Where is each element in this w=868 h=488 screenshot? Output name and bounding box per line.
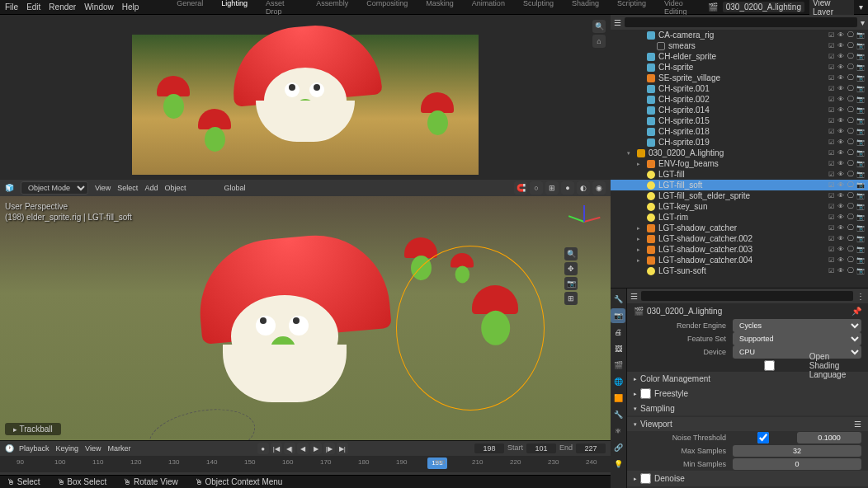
render-icon[interactable]: 📷 — [856, 128, 865, 136]
eye-icon[interactable]: 👁 — [837, 246, 845, 254]
render-icon[interactable]: 📷 — [856, 267, 865, 275]
exclude-icon[interactable]: ☑ — [827, 160, 835, 168]
exclude-icon[interactable]: ☑ — [827, 214, 835, 222]
render-icon[interactable]: 📷 — [856, 117, 865, 125]
menu-window[interactable]: Window — [84, 2, 114, 12]
disable-icon[interactable]: 🖵 — [847, 171, 855, 179]
shading-wire-icon[interactable]: ⊞ — [545, 181, 559, 195]
exclude-icon[interactable]: ☑ — [827, 74, 835, 82]
eye-icon[interactable]: 👁 — [837, 63, 845, 72]
props-search[interactable] — [641, 291, 853, 301]
eye-icon[interactable]: 👁 — [837, 106, 845, 115]
exclude-icon[interactable]: ☑ — [827, 181, 835, 190]
disable-icon[interactable]: 🖵 — [847, 203, 855, 211]
eye-icon[interactable]: 👁 — [837, 235, 845, 243]
zoom-icon[interactable]: 🔍 — [564, 247, 578, 260]
outliner-row[interactable]: ▾030_0200_A.lighting☑👁🖵📷 — [611, 148, 868, 158]
disable-icon[interactable]: 🖵 — [847, 256, 855, 265]
outliner-row[interactable]: LGT-key_sun☑👁🖵📷 — [611, 201, 868, 212]
disable-icon[interactable]: 🖵 — [847, 117, 855, 125]
exclude-icon[interactable]: ☑ — [827, 246, 835, 254]
eye-icon[interactable]: 👁 — [837, 214, 845, 222]
render-icon[interactable]: 📷 — [856, 96, 865, 104]
pan-icon[interactable]: ✥ — [564, 262, 578, 275]
outliner-search[interactable] — [625, 17, 857, 27]
disable-icon[interactable]: 🖵 — [847, 53, 855, 61]
disable-icon[interactable]: 🖵 — [847, 128, 855, 136]
disable-icon[interactable]: 🖵 — [847, 246, 855, 254]
osl-checkbox[interactable] — [733, 360, 806, 371]
render-icon[interactable]: 📷 — [856, 85, 865, 93]
eye-icon[interactable]: 👁 — [837, 149, 845, 157]
outliner-row[interactable]: ▸LGT-shadow_catcher.004☑👁🖵📷 — [611, 255, 868, 265]
world-tab-icon[interactable]: 🌐 — [611, 374, 625, 389]
exclude-icon[interactable]: ☑ — [827, 171, 835, 179]
jump-end-icon[interactable]: ▶| — [337, 443, 348, 454]
panel-freestyle[interactable]: ▸Freestyle — [627, 386, 868, 401]
shading-matprev-icon[interactable]: ◐ — [577, 181, 590, 195]
ruler[interactable]: 198 901001101201301401501601701801902002… — [0, 456, 611, 472]
editor-type-icon[interactable]: 🧊 — [5, 184, 14, 192]
viewlayer-tab-icon[interactable]: 🖼 — [611, 341, 625, 356]
eye-icon[interactable]: 👁 — [837, 117, 845, 125]
menu-edit[interactable]: Edit — [26, 2, 40, 12]
feature-set-select[interactable]: Supported — [733, 332, 861, 345]
play-rev-icon[interactable]: ◀ — [297, 443, 309, 454]
tool-tab-icon[interactable]: 🔧 — [611, 292, 625, 307]
zoom-icon[interactable]: 🔍 — [592, 20, 606, 33]
disable-icon[interactable]: 🖵 — [847, 181, 855, 190]
eye-icon[interactable]: 👁 — [837, 96, 845, 104]
render-icon[interactable]: 📷 — [856, 138, 865, 147]
snap-icon[interactable]: 🧲 — [514, 181, 527, 195]
outliner-row[interactable]: CH-sprite.015☑👁🖵📷 — [611, 115, 868, 126]
outliner-row[interactable]: ▸LGT-shadow_catcher.003☑👁🖵📷 — [611, 244, 868, 255]
disable-icon[interactable]: 🖵 — [847, 192, 855, 200]
shading-solid-icon[interactable]: ● — [561, 181, 574, 195]
noise-threshold[interactable] — [797, 432, 861, 443]
orientation[interactable]: Global — [224, 184, 245, 192]
tl-menu-view[interactable]: View — [85, 444, 101, 453]
eye-icon[interactable]: 👁 — [837, 74, 845, 82]
output-tab-icon[interactable]: 🖨 — [611, 325, 625, 340]
disable-icon[interactable]: 🖵 — [847, 74, 855, 82]
max-samples[interactable] — [733, 445, 861, 457]
render-icon[interactable]: 📷 — [856, 53, 865, 61]
nav-gizmo[interactable] — [564, 201, 606, 242]
disable-icon[interactable]: 🖵 — [847, 106, 855, 115]
exclude-icon[interactable]: ☑ — [827, 42, 835, 50]
outliner-row[interactable]: ▸ENV-fog_beams☑👁🖵📷 — [611, 158, 868, 169]
render-icon[interactable]: 📷 — [856, 74, 865, 82]
camera-icon[interactable]: 📷 — [564, 277, 578, 290]
play-icon[interactable]: ▶ — [310, 443, 322, 454]
3d-viewport[interactable]: User Perspective (198) elder_sprite.rig … — [0, 196, 611, 440]
outliner-row[interactable]: CH-sprite.019☑👁🖵📷 — [611, 137, 868, 148]
render-icon[interactable]: 📷 — [856, 171, 865, 179]
freestyle-checkbox[interactable] — [640, 388, 651, 399]
outliner-row[interactable]: CH-sprite.018☑👁🖵📷 — [611, 126, 868, 137]
eye-icon[interactable]: 👁 — [837, 42, 845, 50]
panel-viewport-sampling[interactable]: ▾Viewport☰ — [627, 417, 868, 431]
options-icon[interactable]: ⋮ — [856, 292, 865, 301]
disable-icon[interactable]: 🖵 — [847, 96, 855, 104]
exclude-icon[interactable]: ☑ — [827, 96, 835, 104]
persp-icon[interactable]: ⊞ — [564, 292, 578, 305]
exclude-icon[interactable]: ☑ — [827, 224, 835, 232]
exclude-icon[interactable]: ☑ — [827, 63, 835, 72]
jump-start-icon[interactable]: |◀ — [271, 443, 282, 454]
filter-icon[interactable]: ▾ — [861, 18, 865, 27]
render-icon[interactable]: 📷 — [856, 160, 865, 168]
render-icon[interactable]: 📷 — [856, 31, 865, 40]
exclude-icon[interactable]: ☑ — [827, 149, 835, 157]
disable-icon[interactable]: 🖵 — [847, 235, 855, 243]
render-icon[interactable]: 📷 — [856, 235, 865, 243]
vp-menu-add[interactable]: Add — [144, 184, 158, 192]
home-icon[interactable]: ⌂ — [592, 35, 606, 48]
disable-icon[interactable]: 🖵 — [847, 214, 855, 222]
exclude-icon[interactable]: ☑ — [827, 31, 835, 40]
outliner-row[interactable]: LGT-fill_soft_elder_sprite☑👁🖵📷 — [611, 190, 868, 201]
exclude-icon[interactable]: ☑ — [827, 117, 835, 125]
panel-denoise[interactable]: ▸Denoise — [627, 471, 868, 486]
render-icon[interactable]: 📷 — [856, 246, 865, 254]
exclude-icon[interactable]: ☑ — [827, 256, 835, 265]
tl-menu-marker[interactable]: Marker — [107, 444, 130, 453]
